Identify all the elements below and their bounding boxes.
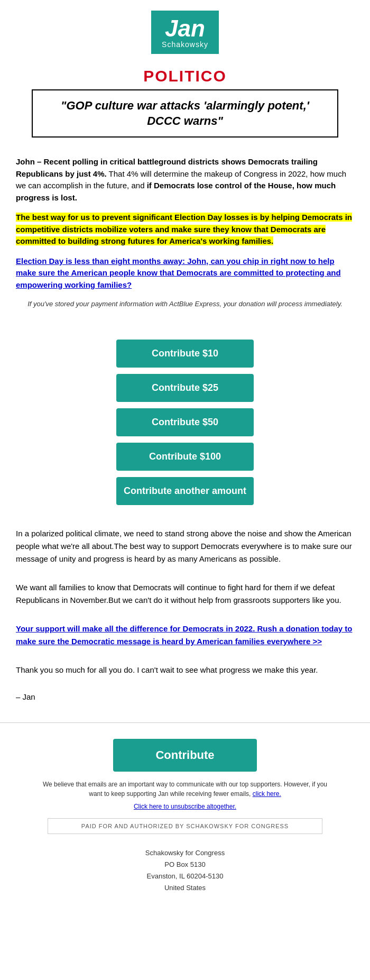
- politico-quote-text: "GOP culture war attacks 'alarmingly pot…: [61, 99, 309, 127]
- contribute-other-button[interactable]: Contribute another amount: [116, 477, 254, 505]
- footer-address: Schakowsky for Congress PO Box 5130 Evan…: [16, 842, 354, 910]
- contribute-10-button[interactable]: Contribute $10: [116, 340, 254, 368]
- logo-jan: Jan: [162, 17, 208, 40]
- actblue-note: If you've stored your payment informatio…: [16, 299, 354, 309]
- footer-note: We believe that emails are an important …: [16, 780, 354, 799]
- paid-for-box: PAID FOR AND AUTHORIZED BY SCHAKOWSKY FO…: [48, 818, 322, 834]
- body-p1: In a polarized political climate, we nee…: [16, 527, 354, 565]
- body-p4: Thank you so much for all you do. I can'…: [16, 664, 354, 676]
- body-paragraph-4: Thank you so much for all you do. I can'…: [0, 658, 370, 682]
- contribute-100-button[interactable]: Contribute $100: [116, 443, 254, 471]
- logo-section: Jan Schakowsky: [0, 0, 370, 62]
- signature-text: – Jan: [16, 692, 354, 701]
- fewer-emails-link[interactable]: click here.: [253, 790, 281, 798]
- paid-for-text: PAID FOR AND AUTHORIZED BY SCHAKOWSKY FO…: [81, 823, 289, 829]
- body-paragraph-1: In a polarized political climate, we nee…: [0, 522, 370, 571]
- footer-contribute-section: Contribute We believe that emails are an…: [0, 734, 370, 918]
- politico-section: POLITICO "GOP culture war attacks 'alarm…: [0, 62, 370, 148]
- contribute-25-button[interactable]: Contribute $25: [116, 374, 254, 402]
- contribute-50-button[interactable]: Contribute $50: [116, 408, 254, 436]
- highlight-text: The best way for us to prevent significa…: [16, 213, 352, 245]
- address-line2: PO Box 5130: [16, 859, 354, 871]
- signature: – Jan: [0, 687, 370, 712]
- politico-label: POLITICO: [16, 67, 354, 85]
- support-link[interactable]: Your support will make all the differenc…: [16, 624, 353, 646]
- address-line1: Schakowsky for Congress: [16, 847, 354, 859]
- body-paragraph-2: We want all families to know that Democr…: [0, 576, 370, 612]
- donate-buttons-section: Contribute $10 Contribute $25 Contribute…: [0, 328, 370, 522]
- footer-contribute-button[interactable]: Contribute: [113, 739, 256, 772]
- intro-content: John – Recent polling in critical battle…: [0, 148, 370, 328]
- body-p2: We want all families to know that Democr…: [16, 581, 354, 607]
- intro-paragraph: John – Recent polling in critical battle…: [16, 156, 354, 204]
- cta-link[interactable]: Election Day is less than eight months a…: [16, 255, 354, 291]
- politico-quote-box: "GOP culture war attacks 'alarmingly pot…: [32, 89, 338, 138]
- footer-unsub: Click here to unsubscribe altogether.: [16, 803, 354, 810]
- logo-schakowsky: Schakowsky: [162, 40, 208, 49]
- footer-divider: [0, 722, 370, 723]
- unsubscribe-link[interactable]: Click here to unsubscribe altogether.: [134, 803, 236, 810]
- logo-box: Jan Schakowsky: [151, 11, 219, 54]
- address-line3: Evanston, IL 60204-5130: [16, 871, 354, 882]
- highlight-paragraph: The best way for us to prevent significa…: [16, 212, 354, 248]
- body-paragraph-3: Your support will make all the differenc…: [0, 617, 370, 653]
- footer-note-text: We believe that emails are an important …: [43, 781, 327, 798]
- address-line4: United States: [16, 882, 354, 894]
